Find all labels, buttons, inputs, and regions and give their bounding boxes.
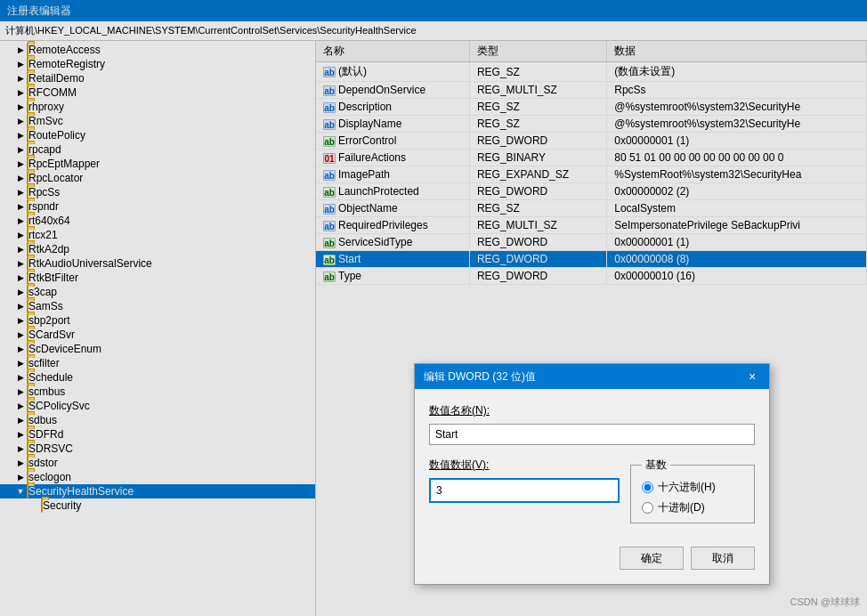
base-legend: 基数 <box>642 458 670 473</box>
field-name-input[interactable] <box>429 424 755 445</box>
dialog-row: 数值数据(V): 基数 十六进制(H) 十进制(D) <box>429 458 755 523</box>
dialog-buttons: 确定 取消 <box>429 538 755 570</box>
ok-button[interactable]: 确定 <box>620 547 684 570</box>
watermark: CSDN @球球球 <box>790 596 860 609</box>
radio-hex-item[interactable]: 十六进制(H) <box>642 480 743 495</box>
field-data-input[interactable] <box>429 478 620 503</box>
field-name-label: 数值名称(N): <box>429 403 755 418</box>
dialog-value-wrap: 数值数据(V): <box>429 458 620 503</box>
field-data-label: 数值数据(V): <box>429 458 620 473</box>
radio-hex-label: 十六进制(H) <box>658 480 716 495</box>
edit-dword-dialog: 编辑 DWORD (32 位)值 × 数值名称(N): 数值数据(V): 基数 <box>414 363 770 585</box>
radio-dec[interactable] <box>642 502 653 514</box>
dialog-title: 编辑 DWORD (32 位)值 <box>424 369 536 385</box>
dialog-titlebar: 编辑 DWORD (32 位)值 × <box>415 364 769 389</box>
base-fieldset: 基数 十六进制(H) 十进制(D) <box>630 458 755 523</box>
dialog-body: 数值名称(N): 数值数据(V): 基数 十六进制(H) <box>415 389 769 584</box>
cancel-button[interactable]: 取消 <box>691 547 755 570</box>
radio-hex[interactable] <box>642 482 653 493</box>
dialog-close-button[interactable]: × <box>744 369 760 385</box>
radio-dec-item[interactable]: 十进制(D) <box>642 500 743 515</box>
dialog-overlay: 编辑 DWORD (32 位)值 × 数值名称(N): 数值数据(V): 基数 <box>0 0 867 616</box>
radio-dec-label: 十进制(D) <box>658 500 705 515</box>
